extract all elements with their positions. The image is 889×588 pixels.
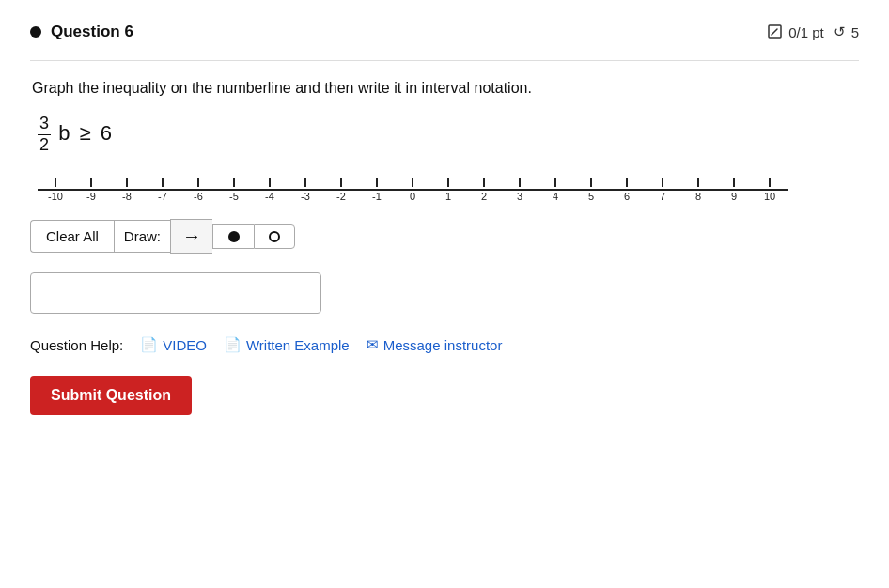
tick-mark (483, 178, 485, 187)
closed-dot-icon (228, 231, 240, 242)
tick-label: -2 (336, 191, 346, 202)
tick-mark (662, 178, 663, 187)
tick: 9 (716, 178, 752, 202)
math-expression: 3 2 b ≥ 6 (38, 114, 859, 155)
tick-mark (340, 178, 342, 187)
tick-label: -5 (229, 191, 239, 202)
arrow-tool-button[interactable]: → (170, 219, 212, 254)
tick-label: 4 (553, 191, 558, 202)
tick-label: 0 (410, 191, 415, 202)
tick-label: 9 (731, 191, 737, 202)
message-label: Message instructor (383, 337, 503, 353)
tick-label: -10 (48, 191, 63, 202)
tick-label: 6 (624, 191, 630, 202)
draw-controls: Clear All Draw: → (30, 219, 859, 254)
tick-mark (233, 178, 235, 187)
tick-mark (90, 178, 92, 187)
tick-label: -3 (301, 191, 310, 202)
tick-label: -1 (372, 191, 382, 202)
tick: 10 (752, 178, 788, 202)
open-dot-icon (269, 231, 280, 242)
tick-mark (126, 178, 128, 187)
answer-input[interactable] (30, 272, 321, 314)
tick-label: 10 (764, 191, 775, 202)
math-value: 6 (101, 121, 112, 145)
tick-mark (626, 178, 628, 187)
tick-mark (447, 178, 449, 187)
tick-label: -7 (158, 191, 167, 202)
tick: -1 (359, 178, 395, 202)
envelope-icon: ✉ (367, 336, 379, 353)
tick-mark (697, 178, 699, 187)
message-instructor-link[interactable]: ✉ Message instructor (367, 336, 503, 353)
tick-label: 8 (695, 191, 701, 202)
tick-label: -8 (122, 191, 132, 202)
retry-icon: ↺ (834, 23, 846, 40)
open-dot-tool-button[interactable] (254, 224, 295, 249)
tick: 0 (395, 178, 430, 202)
tick: -6 (180, 178, 216, 202)
tick: 7 (645, 178, 680, 202)
tick-mark (162, 178, 164, 187)
tick-label: 1 (445, 191, 451, 202)
tick-mark (269, 178, 271, 187)
help-label: Question Help: (30, 337, 123, 353)
clear-all-button[interactable]: Clear All (30, 220, 114, 253)
submit-button[interactable]: Submit Question (30, 376, 192, 415)
tick-label: 3 (517, 191, 522, 202)
tick-mark (412, 178, 413, 187)
tick-mark (519, 178, 521, 187)
tick: 2 (466, 178, 502, 202)
fraction: 3 2 (38, 114, 51, 155)
tick-mark (769, 178, 771, 187)
tick-mark (376, 178, 378, 187)
tick: -10 (38, 178, 73, 202)
video-doc-icon: 📄 (140, 336, 158, 353)
question-label: Question 6 (51, 23, 133, 41)
written-doc-icon: 📄 (224, 336, 242, 353)
numerator: 3 (38, 114, 51, 135)
tick-labels: -10 -9 -8 -7 -6 -5 -4 -3 -2 -1 (38, 178, 788, 202)
tick-label: -4 (265, 191, 274, 202)
question-help: Question Help: 📄 VIDEO 📄 Written Example… (30, 336, 859, 353)
edit-icon (768, 24, 783, 39)
tick: -7 (145, 178, 180, 202)
tick: -8 (109, 178, 145, 202)
score-text: 0/1 pt (788, 24, 824, 40)
answer-text-field[interactable] (31, 273, 320, 313)
tick: 1 (430, 178, 466, 202)
written-example-label: Written Example (246, 337, 350, 353)
score-area: 0/1 pt ↺ 5 (768, 23, 859, 40)
variable: b (58, 121, 70, 145)
retry-count: 5 (851, 24, 859, 40)
tick-label: 2 (481, 191, 487, 202)
bullet-icon (30, 26, 41, 38)
tick-label: 5 (588, 191, 594, 202)
tick: -5 (216, 178, 252, 202)
tick-label: -6 (194, 191, 203, 202)
tick: -9 (73, 178, 109, 202)
tick-mark (590, 178, 592, 187)
video-help-link[interactable]: 📄 VIDEO (140, 336, 207, 353)
closed-dot-tool-button[interactable] (212, 224, 254, 249)
tick-label: -9 (86, 191, 96, 202)
tick-mark (197, 178, 199, 187)
denominator: 2 (38, 135, 51, 156)
tick: 5 (573, 178, 609, 202)
arrow-icon: → (182, 225, 201, 247)
tick-mark (304, 178, 306, 187)
tick: 6 (609, 178, 645, 202)
tick-mark (733, 178, 735, 187)
header-divider (30, 60, 859, 61)
question-header: Question 6 0/1 pt ↺ 5 (30, 23, 859, 41)
written-example-link[interactable]: 📄 Written Example (224, 336, 350, 353)
numberline-container: -10 -9 -8 -7 -6 -5 -4 -3 -2 -1 (38, 176, 859, 204)
tick: -3 (288, 178, 323, 202)
tick: 3 (502, 178, 538, 202)
tick-mark (554, 178, 556, 187)
tick-label: 7 (660, 191, 665, 202)
numberline: -10 -9 -8 -7 -6 -5 -4 -3 -2 -1 (38, 176, 859, 204)
question-title: Question 6 (30, 23, 133, 41)
tick: -4 (252, 178, 288, 202)
tick: -2 (323, 178, 359, 202)
